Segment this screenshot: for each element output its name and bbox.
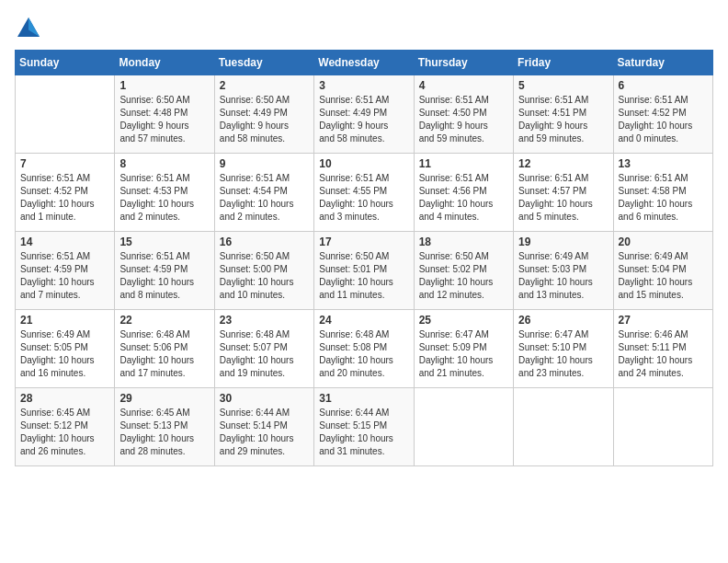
day-number: 22 (119, 314, 209, 327)
day-number: 7 (20, 157, 109, 170)
calendar-cell: 23Sunrise: 6:48 AM Sunset: 5:07 PM Dayli… (214, 310, 313, 388)
day-info: Sunrise: 6:51 AM Sunset: 4:58 PM Dayligh… (619, 172, 708, 224)
day-number: 20 (619, 236, 708, 248)
calendar-cell: 10Sunrise: 6:51 AM Sunset: 4:55 PM Dayli… (314, 154, 414, 232)
day-number: 8 (119, 157, 209, 170)
day-info: Sunrise: 6:47 AM Sunset: 5:10 PM Dayligh… (518, 328, 608, 380)
weekday-header-sunday: Sunday (16, 51, 115, 75)
day-number: 5 (518, 79, 608, 92)
week-row-5: 28Sunrise: 6:45 AM Sunset: 5:12 PM Dayli… (16, 388, 713, 466)
day-info: Sunrise: 6:51 AM Sunset: 4:49 PM Dayligh… (319, 94, 408, 145)
weekday-header-row: SundayMondayTuesdayWednesdayThursdayFrid… (16, 51, 713, 75)
weekday-header-friday: Friday (514, 51, 613, 75)
day-number: 31 (319, 392, 408, 405)
day-info: Sunrise: 6:51 AM Sunset: 4:57 PM Dayligh… (518, 172, 608, 224)
day-info: Sunrise: 6:50 AM Sunset: 5:01 PM Dayligh… (319, 250, 408, 302)
calendar-cell: 27Sunrise: 6:46 AM Sunset: 5:11 PM Dayli… (613, 310, 712, 388)
day-info: Sunrise: 6:46 AM Sunset: 5:11 PM Dayligh… (619, 328, 708, 380)
day-info: Sunrise: 6:51 AM Sunset: 4:52 PM Dayligh… (20, 172, 109, 224)
calendar-cell: 22Sunrise: 6:48 AM Sunset: 5:06 PM Dayli… (115, 310, 214, 388)
calendar-cell: 17Sunrise: 6:50 AM Sunset: 5:01 PM Dayli… (314, 232, 414, 310)
day-number: 14 (20, 236, 109, 248)
calendar-cell: 9Sunrise: 6:51 AM Sunset: 4:54 PM Daylig… (214, 154, 313, 232)
day-info: Sunrise: 6:48 AM Sunset: 5:08 PM Dayligh… (319, 328, 408, 380)
day-info: Sunrise: 6:51 AM Sunset: 4:59 PM Dayligh… (119, 250, 209, 302)
day-info: Sunrise: 6:50 AM Sunset: 4:49 PM Dayligh… (220, 94, 309, 145)
weekday-header-wednesday: Wednesday (314, 51, 414, 75)
day-number: 11 (419, 157, 508, 170)
calendar-cell: 16Sunrise: 6:50 AM Sunset: 5:00 PM Dayli… (214, 232, 313, 310)
calendar-cell: 11Sunrise: 6:51 AM Sunset: 4:56 PM Dayli… (414, 154, 513, 232)
calendar-cell: 31Sunrise: 6:44 AM Sunset: 5:15 PM Dayli… (314, 388, 414, 466)
calendar-table: SundayMondayTuesdayWednesdayThursdayFrid… (15, 50, 713, 466)
calendar-cell (414, 388, 513, 466)
day-info: Sunrise: 6:45 AM Sunset: 5:13 PM Dayligh… (119, 407, 209, 458)
day-info: Sunrise: 6:50 AM Sunset: 5:02 PM Dayligh… (419, 250, 508, 302)
day-number: 19 (518, 236, 608, 248)
day-number: 12 (518, 157, 608, 170)
calendar-cell (16, 75, 115, 154)
calendar-cell: 14Sunrise: 6:51 AM Sunset: 4:59 PM Dayli… (16, 232, 115, 310)
day-info: Sunrise: 6:49 AM Sunset: 5:04 PM Dayligh… (619, 250, 708, 302)
day-number: 18 (419, 236, 508, 248)
day-number: 27 (619, 314, 708, 327)
week-row-3: 14Sunrise: 6:51 AM Sunset: 4:59 PM Dayli… (16, 232, 713, 310)
day-number: 23 (220, 314, 309, 327)
week-row-2: 7Sunrise: 6:51 AM Sunset: 4:52 PM Daylig… (16, 154, 713, 232)
day-number: 9 (220, 157, 309, 170)
day-info: Sunrise: 6:51 AM Sunset: 4:50 PM Dayligh… (419, 94, 508, 145)
day-number: 28 (20, 392, 109, 405)
day-info: Sunrise: 6:51 AM Sunset: 4:53 PM Dayligh… (119, 172, 209, 224)
day-info: Sunrise: 6:49 AM Sunset: 5:03 PM Dayligh… (518, 250, 608, 302)
weekday-header-tuesday: Tuesday (214, 51, 313, 75)
day-number: 16 (220, 236, 309, 248)
day-number: 25 (419, 314, 508, 327)
day-info: Sunrise: 6:51 AM Sunset: 4:52 PM Dayligh… (619, 94, 708, 145)
day-info: Sunrise: 6:47 AM Sunset: 5:09 PM Dayligh… (419, 328, 508, 380)
day-number: 1 (119, 79, 209, 92)
day-number: 30 (220, 392, 309, 405)
calendar-cell: 28Sunrise: 6:45 AM Sunset: 5:12 PM Dayli… (16, 388, 115, 466)
day-info: Sunrise: 6:48 AM Sunset: 5:06 PM Dayligh… (119, 328, 209, 380)
day-number: 10 (319, 157, 408, 170)
day-number: 4 (419, 79, 508, 92)
logo-icon (15, 15, 42, 42)
day-info: Sunrise: 6:49 AM Sunset: 5:05 PM Dayligh… (20, 328, 109, 380)
calendar-cell: 4Sunrise: 6:51 AM Sunset: 4:50 PM Daylig… (414, 75, 513, 154)
calendar-cell: 24Sunrise: 6:48 AM Sunset: 5:08 PM Dayli… (314, 310, 414, 388)
day-info: Sunrise: 6:51 AM Sunset: 4:54 PM Dayligh… (220, 172, 309, 224)
calendar-cell: 15Sunrise: 6:51 AM Sunset: 4:59 PM Dayli… (115, 232, 214, 310)
week-row-4: 21Sunrise: 6:49 AM Sunset: 5:05 PM Dayli… (16, 310, 713, 388)
calendar-cell (613, 388, 712, 466)
calendar-cell: 6Sunrise: 6:51 AM Sunset: 4:52 PM Daylig… (613, 75, 712, 154)
day-info: Sunrise: 6:48 AM Sunset: 5:07 PM Dayligh… (220, 328, 309, 380)
calendar-cell: 19Sunrise: 6:49 AM Sunset: 5:03 PM Dayli… (514, 232, 613, 310)
calendar-cell: 18Sunrise: 6:50 AM Sunset: 5:02 PM Dayli… (414, 232, 513, 310)
weekday-header-saturday: Saturday (613, 51, 712, 75)
calendar-cell: 13Sunrise: 6:51 AM Sunset: 4:58 PM Dayli… (613, 154, 712, 232)
header (15, 15, 713, 42)
calendar-cell (514, 388, 613, 466)
calendar-cell: 8Sunrise: 6:51 AM Sunset: 4:53 PM Daylig… (115, 154, 214, 232)
day-info: Sunrise: 6:51 AM Sunset: 4:55 PM Dayligh… (319, 172, 408, 224)
day-info: Sunrise: 6:51 AM Sunset: 4:51 PM Dayligh… (518, 94, 608, 145)
day-number: 21 (20, 314, 109, 327)
day-number: 26 (518, 314, 608, 327)
day-number: 6 (619, 79, 708, 92)
week-row-1: 1Sunrise: 6:50 AM Sunset: 4:48 PM Daylig… (16, 75, 713, 154)
calendar-cell: 5Sunrise: 6:51 AM Sunset: 4:51 PM Daylig… (514, 75, 613, 154)
day-number: 17 (319, 236, 408, 248)
day-info: Sunrise: 6:50 AM Sunset: 5:00 PM Dayligh… (220, 250, 309, 302)
day-number: 24 (319, 314, 408, 327)
calendar-cell: 25Sunrise: 6:47 AM Sunset: 5:09 PM Dayli… (414, 310, 513, 388)
calendar-cell: 2Sunrise: 6:50 AM Sunset: 4:49 PM Daylig… (214, 75, 313, 154)
logo (15, 15, 46, 42)
calendar-cell: 26Sunrise: 6:47 AM Sunset: 5:10 PM Dayli… (514, 310, 613, 388)
calendar-cell: 7Sunrise: 6:51 AM Sunset: 4:52 PM Daylig… (16, 154, 115, 232)
day-info: Sunrise: 6:51 AM Sunset: 4:59 PM Dayligh… (20, 250, 109, 302)
day-number: 13 (619, 157, 708, 170)
day-number: 15 (119, 236, 209, 248)
day-number: 29 (119, 392, 209, 405)
day-number: 3 (319, 79, 408, 92)
day-info: Sunrise: 6:51 AM Sunset: 4:56 PM Dayligh… (419, 172, 508, 224)
